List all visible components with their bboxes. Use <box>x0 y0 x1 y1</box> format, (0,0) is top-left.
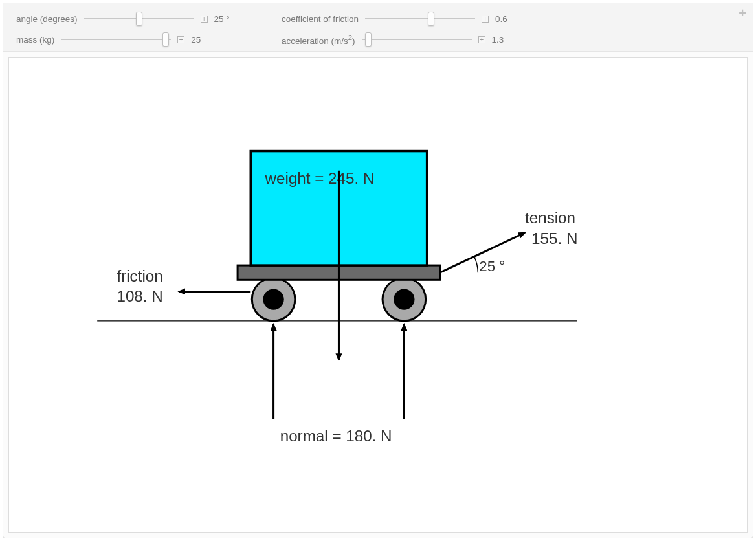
svg-point-4 <box>394 289 414 309</box>
accel-control: acceleration (m/s2) + 1.3 <box>282 33 618 46</box>
angle-value: 25 ° <box>214 14 237 24</box>
angle-control: angle (degrees) + 25 ° <box>16 12 275 25</box>
friction-text-1: friction <box>117 267 162 285</box>
friction-slider[interactable] <box>365 12 475 25</box>
friction-label: coefficient of friction <box>282 14 359 24</box>
mass-slider[interactable] <box>61 33 171 46</box>
angle-slider[interactable] <box>84 12 194 25</box>
expand-icon[interactable]: + <box>478 36 485 43</box>
expand-icon[interactable]: + <box>201 16 208 23</box>
slider-track <box>61 39 171 40</box>
friction-value: 0.6 <box>495 14 518 24</box>
add-control-icon[interactable]: + <box>739 7 746 19</box>
accel-label: acceleration (m/s2) <box>282 34 355 46</box>
diagram-area: weight = 245. N normal = 180. N friction… <box>3 52 753 538</box>
mass-control: mass (kg) + 25 <box>16 33 275 46</box>
slider-thumb[interactable] <box>428 12 434 26</box>
weight-text: weight = 245. N <box>264 170 374 187</box>
mass-label: mass (kg) <box>16 35 54 45</box>
diagram-canvas: weight = 245. N normal = 180. N friction… <box>8 57 748 533</box>
expand-icon[interactable]: + <box>177 36 184 43</box>
accel-value: 1.3 <box>492 35 515 45</box>
friction-control: coefficient of friction + 0.6 <box>282 12 618 25</box>
app-window: + angle (degrees) + 25 ° coefficient of … <box>3 3 753 538</box>
normal-text: normal = 180. N <box>280 427 392 445</box>
slider-thumb[interactable] <box>365 32 372 47</box>
slider-thumb[interactable] <box>136 12 142 26</box>
plus-glyph: + <box>739 6 746 20</box>
friction-text-2: 108. N <box>117 287 162 305</box>
controls-panel: angle (degrees) + 25 ° coefficient of fr… <box>3 3 753 52</box>
force-diagram-svg: weight = 245. N normal = 180. N friction… <box>9 58 747 532</box>
svg-point-2 <box>263 289 284 309</box>
wheel-right <box>383 278 426 321</box>
accel-slider[interactable] <box>362 33 472 46</box>
tension-text-1: tension <box>525 209 575 226</box>
slider-thumb[interactable] <box>162 32 169 47</box>
angle-arc <box>474 256 478 272</box>
slider-track <box>362 39 472 40</box>
wheel-left <box>252 278 295 321</box>
tension-text-2: 155. N <box>531 230 577 247</box>
slider-track <box>365 18 475 19</box>
expand-icon[interactable]: + <box>482 16 489 23</box>
mass-value: 25 <box>191 35 214 45</box>
angle-label: angle (degrees) <box>16 14 78 24</box>
angle-text: 25 ° <box>479 258 505 274</box>
